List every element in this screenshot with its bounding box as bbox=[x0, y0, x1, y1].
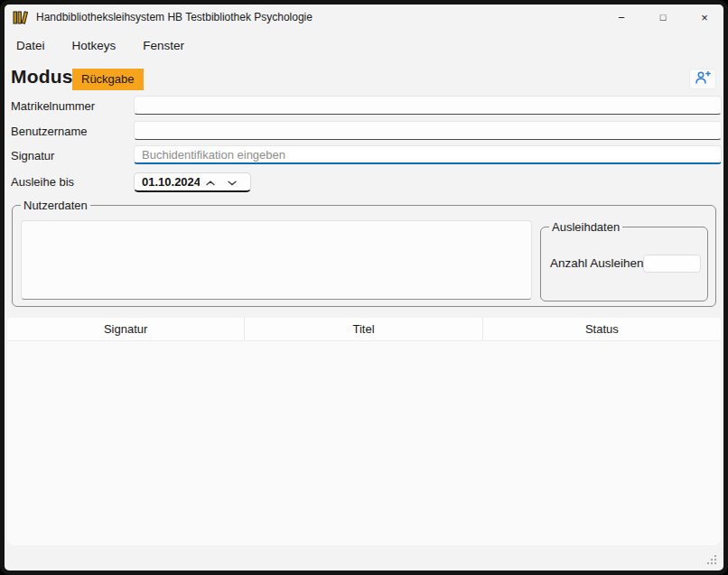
column-header-titel[interactable]: Titel bbox=[245, 318, 482, 340]
mode-badge: Rückgabe bbox=[72, 69, 144, 90]
add-user-button[interactable] bbox=[689, 69, 716, 89]
benutzername-label: Benutzername bbox=[11, 125, 88, 138]
date-decrement-button[interactable] bbox=[221, 173, 243, 190]
minimize-button[interactable]: − bbox=[608, 7, 635, 27]
date-increment-button[interactable] bbox=[200, 173, 221, 190]
column-header-status[interactable]: Status bbox=[483, 318, 721, 340]
benutzername-input[interactable] bbox=[134, 121, 722, 140]
person-add-icon bbox=[695, 70, 711, 88]
maximize-button[interactable]: □ bbox=[649, 7, 677, 27]
due-date-spinner bbox=[134, 172, 251, 192]
anzahl-ausleihen-label: Anzahl Ausleihen bbox=[550, 256, 644, 270]
window-title: Handbibliotheksleihsystem HB Testbibliot… bbox=[36, 11, 313, 23]
ausleihdaten-group-title: Ausleihdaten bbox=[549, 220, 622, 234]
matrikelnummer-label: Matrikelnummer bbox=[11, 99, 95, 113]
nutzerdaten-groupbox: Nutzerdaten Ausleihdaten Anzahl Ausleihe… bbox=[12, 205, 716, 307]
menu-item-fenster[interactable]: Fenster bbox=[143, 39, 184, 52]
books-icon bbox=[13, 11, 29, 24]
menu-item-hotkeys[interactable]: Hotkeys bbox=[72, 39, 117, 52]
signatur-input[interactable] bbox=[134, 145, 722, 164]
menu-item-datei[interactable]: Datei bbox=[16, 39, 45, 52]
chevron-up-icon bbox=[206, 175, 215, 189]
nutzerdaten-group-title: Nutzerdaten bbox=[21, 199, 90, 212]
loans-table: Signatur Titel Status bbox=[7, 318, 721, 545]
anzahl-ausleihen-input[interactable] bbox=[643, 255, 701, 273]
due-date-input[interactable] bbox=[135, 175, 200, 189]
menu-bar: Datei Hotkeys Fenster bbox=[5, 32, 723, 59]
chevron-down-icon bbox=[228, 175, 237, 189]
title-bar: Handbibliotheksleihsystem HB Testbibliot… bbox=[5, 5, 723, 30]
table-header-row: Signatur Titel Status bbox=[7, 318, 721, 341]
matrikelnummer-input[interactable] bbox=[134, 96, 722, 115]
ausleihe-bis-label: Ausleihe bis bbox=[11, 175, 74, 189]
window-controls: − □ × bbox=[608, 7, 718, 27]
table-body-empty bbox=[7, 341, 721, 545]
signatur-label: Signatur bbox=[11, 149, 54, 162]
column-header-signatur[interactable]: Signatur bbox=[7, 318, 245, 340]
app-window: Handbibliotheksleihsystem HB Testbibliot… bbox=[0, 0, 728, 575]
ausleihdaten-groupbox: Ausleihdaten Anzahl Ausleihen bbox=[540, 227, 708, 301]
page-title: Modus bbox=[11, 66, 73, 88]
close-button[interactable]: × bbox=[691, 7, 718, 27]
nutzerdaten-textarea[interactable] bbox=[21, 220, 532, 300]
resize-grip[interactable] bbox=[706, 554, 717, 565]
